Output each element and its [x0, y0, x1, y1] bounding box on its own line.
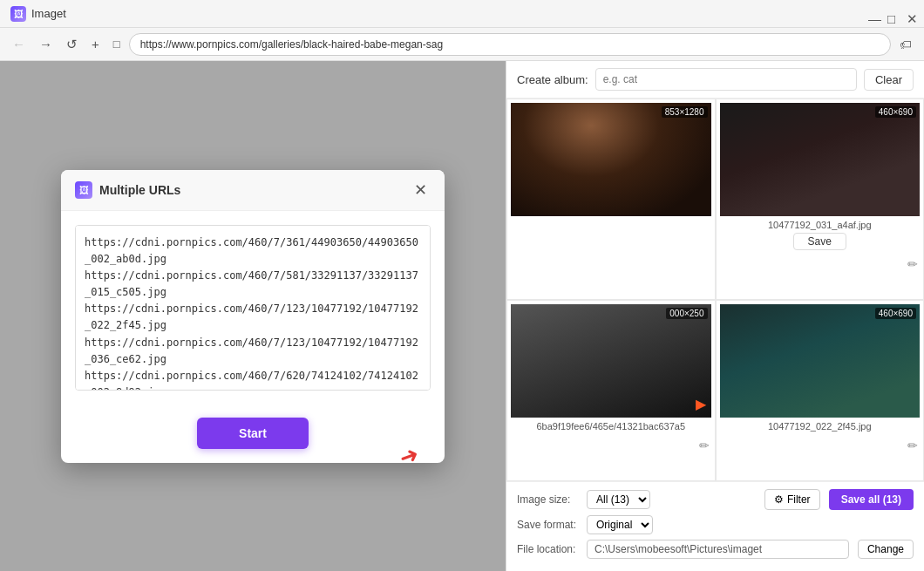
image-thumb-2: 460×690 — [720, 103, 921, 216]
image-filename-3: 6ba9f19fee6/465e/41321bac637a5 — [536, 421, 685, 432]
imagesize-label: Image size: — [517, 493, 578, 506]
image-thumb-4: 460×690 — [720, 304, 921, 418]
filelocation-label: File location: — [517, 543, 578, 555]
back-button[interactable]: ← — [7, 33, 31, 55]
image-cell-2: 460×690 ✏ 10477192_031_a4af.jpg Save — [716, 99, 925, 300]
image-grid: 853×1280 460×690 ✏ 10477192_031_a4af.jpg… — [506, 99, 924, 481]
annotation-arrow-start: ➜ — [395, 440, 422, 463]
image-filename-4: 10477192_022_2f45.jpg — [768, 421, 872, 432]
filelocation-input[interactable] — [587, 540, 849, 559]
app-icon: 🖼 — [10, 6, 26, 22]
maximize-button[interactable]: □ — [882, 8, 894, 20]
imagesize-row: Image size: All (13) ⚙ Filter Save all (… — [517, 489, 914, 510]
album-input[interactable] — [595, 68, 857, 91]
imagesize-select[interactable]: All (13) — [587, 490, 650, 509]
album-bar: Create album: Clear — [506, 61, 924, 99]
refresh-button[interactable]: ↺ — [61, 33, 83, 56]
forward-button[interactable]: → — [34, 33, 58, 55]
change-button[interactable]: Change — [858, 540, 914, 559]
bottom-controls: Image size: All (13) ⚙ Filter Save all (… — [506, 481, 924, 571]
window-controls: — □ ✕ — [863, 8, 914, 20]
edit-icon-4[interactable]: ✏ — [907, 438, 918, 452]
app-title: Imaget — [31, 7, 66, 20]
modal-body — [61, 211, 445, 407]
modal-footer: Start ➜ — [61, 407, 445, 463]
image-dimensions-4: 460×690 — [875, 308, 916, 319]
image-filename-2: 10477192_031_a4af.jpg — [768, 220, 872, 230]
start-button[interactable]: Start — [197, 418, 309, 449]
image-dimensions-1: 853×1280 — [662, 106, 708, 118]
main-content: ▼ ➜ Auto Scroll 🖼 Multiple URLs ✕ Start — [0, 61, 924, 571]
new-tab-button[interactable]: + — [86, 33, 105, 55]
image-thumb-1: 853×1280 — [511, 103, 711, 216]
minimize-button[interactable]: — — [863, 8, 875, 20]
filter-button[interactable]: ⚙ Filter — [764, 489, 820, 510]
clear-button[interactable]: Clear — [864, 69, 914, 91]
modal-title: Multiple URLs — [99, 183, 411, 197]
multiple-urls-modal: 🖼 Multiple URLs ✕ Start ➜ — [61, 170, 445, 463]
modal-close-button[interactable]: ✕ — [411, 180, 431, 200]
title-bar: 🖼 Imaget — □ ✕ — [0, 0, 924, 28]
album-label: Create album: — [517, 73, 588, 86]
browser-panel-wrapper: ▼ ➜ Auto Scroll 🖼 Multiple URLs ✕ Start — [0, 61, 506, 571]
save-button-2[interactable]: Save — [793, 233, 846, 250]
filelocation-row: File location: Change — [517, 540, 914, 559]
saveformat-label: Save format: — [517, 519, 578, 531]
filter-label: Filter — [787, 493, 811, 506]
image-cell-3: 000×250 ▶ ✏ 6ba9f19fee6/465e/41321bac637… — [506, 300, 716, 481]
urls-textarea[interactable] — [75, 225, 431, 391]
filter-icon: ⚙ — [774, 493, 784, 506]
nav-bar: ← → ↺ + □ 🏷 — [0, 28, 924, 61]
play-icon: ▶ — [696, 396, 706, 412]
image-dimensions-2: 460×690 — [875, 106, 916, 118]
saveformat-select[interactable]: Original — [587, 515, 653, 534]
edit-icon-3[interactable]: ✏ — [699, 438, 710, 452]
image-dimensions-3: 000×250 — [666, 308, 707, 319]
save-all-button[interactable]: Save all (13) — [829, 489, 914, 510]
modal-icon: 🖼 — [75, 181, 92, 199]
saveformat-row: Save format: Original — [517, 515, 914, 534]
edit-icon-2[interactable]: ✏ — [907, 257, 918, 271]
right-panel: Create album: Clear 853×1280 460×690 — [506, 61, 924, 571]
modal-overlay: 🖼 Multiple URLs ✕ Start ➜ — [0, 61, 506, 571]
image-thumb-3: 000×250 ▶ — [511, 304, 711, 418]
modal-header: 🖼 Multiple URLs ✕ — [61, 170, 445, 211]
image-cell-4: 460×690 ✏ 10477192_022_2f45.jpg — [716, 300, 925, 481]
tag-button[interactable]: 🏷 — [894, 34, 917, 55]
address-bar[interactable] — [129, 33, 891, 56]
close-button[interactable]: ✕ — [901, 8, 914, 20]
image-cell-1: 853×1280 — [506, 99, 716, 300]
address-bar-extra[interactable]: □ — [108, 34, 126, 54]
